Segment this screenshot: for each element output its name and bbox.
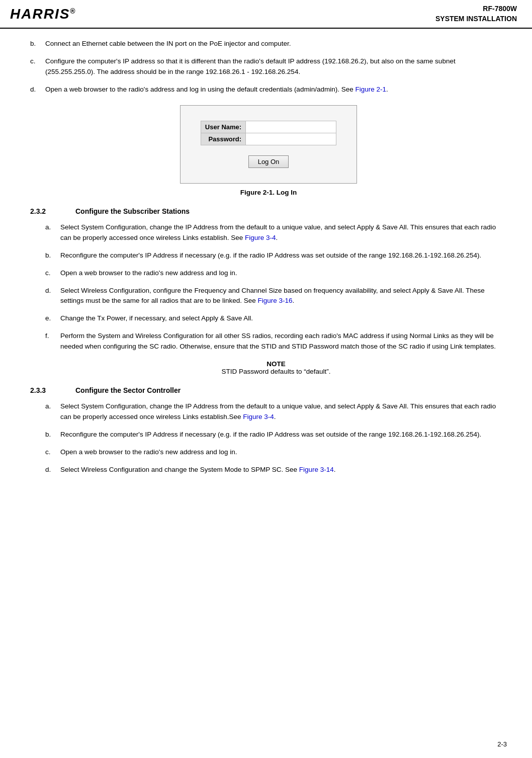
s233-body-d: Select Wireless Configuration and change… — [60, 465, 507, 475]
header-title: RF-7800W SYSTEM INSTALLATION — [435, 4, 517, 24]
page-header: HARRIS® RF-7800W SYSTEM INSTALLATION — [0, 0, 532, 29]
list-body-d-text-before: Open a web browser to the radio's addres… — [45, 86, 355, 93]
section-232-title: Configure the Subscriber Stations — [75, 207, 190, 215]
harris-logo: HARRIS® — [10, 6, 76, 22]
section-232-number: 2.3.2 — [30, 207, 75, 215]
username-label: User Name: — [201, 121, 245, 133]
password-input-placeholder[interactable] — [246, 133, 336, 145]
s232-d-after: . — [293, 297, 295, 304]
list-body-d-text-after: . — [386, 86, 388, 93]
page-number: 2-3 — [497, 740, 507, 748]
s232-label-c: c. — [45, 268, 60, 279]
s232-item-f: f. Perform the System and Wireless Confi… — [45, 331, 507, 352]
s233-item-d: d. Select Wireless Configuration and cha… — [45, 465, 507, 475]
s233-a-after: . — [274, 413, 276, 420]
s232-label-b: b. — [45, 250, 60, 261]
list-body-c: Configure the computer's IP address so t… — [45, 56, 507, 77]
password-label: Password: — [201, 133, 245, 145]
login-form: User Name: Password: — [201, 121, 336, 145]
list-label-c: c. — [30, 56, 45, 77]
list-body-d: Open a web browser to the radio's addres… — [45, 85, 507, 95]
s232-a-link[interactable]: Figure 3-4 — [245, 234, 276, 241]
s233-label-c: c. — [45, 447, 60, 458]
section-233-title: Configure the Sector Controller — [75, 386, 181, 394]
log-on-button[interactable]: Log On — [248, 155, 289, 168]
note-body: STID Password defaults to “default”. — [45, 368, 507, 375]
s233-label-d: d. — [45, 465, 60, 475]
note-title: NOTE — [45, 360, 507, 368]
figure-2-1-container: User Name: Password: Log On Figure 2-1. … — [30, 105, 507, 196]
s233-d-after: . — [334, 466, 336, 473]
s232-body-d: Select Wireless Configuration, configure… — [60, 286, 507, 307]
s232-item-a: a. Select System Configuration, change t… — [45, 222, 507, 243]
s233-d-link[interactable]: Figure 3-14 — [299, 466, 334, 473]
list-item-c: c. Configure the computer's IP address s… — [30, 56, 507, 77]
section-title: SYSTEM INSTALLATION — [435, 14, 517, 24]
section-232-items: a. Select System Configuration, change t… — [45, 222, 507, 352]
s232-body-e: Change the Tx Power, if necessary, and s… — [60, 313, 507, 324]
list-item-d: d. Open a web browser to the radio's add… — [30, 85, 507, 95]
s233-a-before: Select System Configuration, change the … — [60, 402, 496, 420]
username-input-placeholder[interactable] — [246, 121, 336, 133]
s233-label-a: a. — [45, 401, 60, 423]
s233-item-b: b. Reconfigure the computer's IP Address… — [45, 430, 507, 440]
s232-item-b: b. Reconfigure the computer's IP Address… — [45, 250, 507, 261]
s232-label-a: a. — [45, 222, 60, 243]
s233-body-b: Reconfigure the computer's IP Address if… — [60, 430, 507, 440]
s232-item-e: e. Change the Tx Power, if necessary, an… — [45, 313, 507, 324]
s233-item-c: c. Open a web browser to the radio's new… — [45, 447, 507, 458]
logo-area: HARRIS® — [10, 6, 76, 22]
s233-item-a: a. Select System Configuration, change t… — [45, 401, 507, 423]
note-box: NOTE STID Password defaults to “default”… — [45, 360, 507, 375]
s233-a-link[interactable]: Figure 3-4 — [243, 413, 274, 420]
password-row: Password: — [201, 133, 336, 145]
section-233-items: a. Select System Configuration, change t… — [45, 401, 507, 475]
s233-label-b: b. — [45, 430, 60, 440]
s232-label-d: d. — [45, 286, 60, 307]
figure-2-1-box: User Name: Password: Log On — [180, 105, 357, 184]
s232-body-a: Select System Configuration, change the … — [60, 222, 507, 243]
figure-2-1-link[interactable]: Figure 2-1 — [355, 86, 386, 93]
s232-body-c: Open a web browser to the radio's new ad… — [60, 268, 507, 279]
username-row: User Name: — [201, 121, 336, 133]
section-233-header: 2.3.3 Configure the Sector Controller — [30, 386, 507, 394]
s233-body-a: Select System Configuration, change the … — [60, 401, 507, 423]
page-content: b. Connect an Ethernet cable between the… — [0, 29, 532, 497]
section-232-header: 2.3.2 Configure the Subscriber Stations — [30, 207, 507, 215]
figure-2-1-caption: Figure 2-1. Log In — [240, 189, 297, 196]
s232-a-after: . — [276, 234, 278, 241]
s232-d-link[interactable]: Figure 3-16 — [257, 297, 292, 304]
s232-a-before: Select System Configuration, change the … — [60, 223, 496, 241]
list-item-b: b. Connect an Ethernet cable between the… — [30, 39, 507, 49]
list-label-d: d. — [30, 85, 45, 95]
list-label-b: b. — [30, 39, 45, 49]
s233-d-before: Select Wireless Configuration and change… — [60, 466, 299, 473]
section-233-number: 2.3.3 — [30, 386, 75, 394]
s232-label-f: f. — [45, 331, 60, 352]
s232-item-d: d. Select Wireless Configuration, config… — [45, 286, 507, 307]
model-number: RF-7800W — [435, 4, 517, 14]
s232-item-c: c. Open a web browser to the radio's new… — [45, 268, 507, 279]
list-body-b: Connect an Ethernet cable between the IN… — [45, 39, 507, 49]
s233-body-c: Open a web browser to the radio's new ad… — [60, 447, 507, 458]
s232-label-e: e. — [45, 313, 60, 324]
s232-body-f: Perform the System and Wireless Configur… — [60, 331, 507, 352]
s232-body-b: Reconfigure the computer's IP Address if… — [60, 250, 507, 261]
